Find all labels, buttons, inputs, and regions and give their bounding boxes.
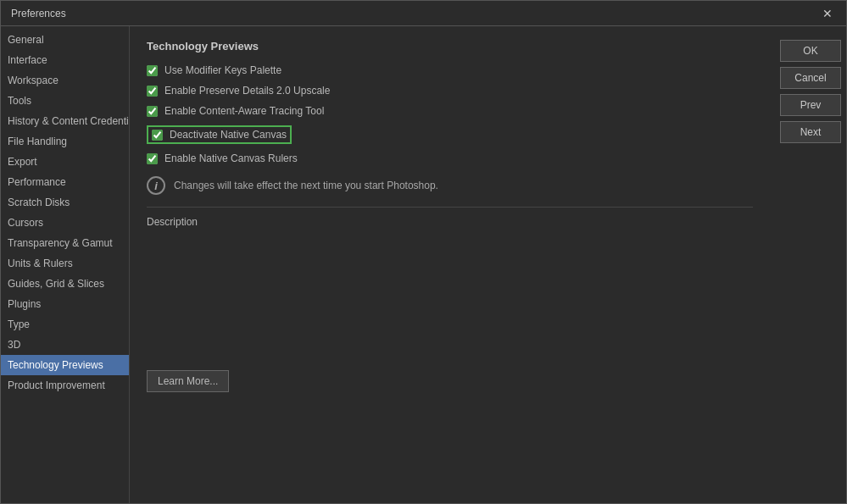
divider xyxy=(147,207,753,208)
checkbox-row-2: Enable Preserve Details 2.0 Upscale xyxy=(147,85,753,97)
sidebar-item-16[interactable]: Technology Previews xyxy=(1,355,129,375)
sidebar-item-1[interactable]: Interface xyxy=(1,50,129,70)
sidebar-item-7[interactable]: Performance xyxy=(1,172,129,192)
label-deactivate-native-canvas[interactable]: Deactivate Native Canvas xyxy=(170,129,287,141)
sidebar-item-3[interactable]: Tools xyxy=(1,91,129,111)
checkbox-use-modifier-keys[interactable] xyxy=(147,65,158,76)
sidebar-item-11[interactable]: Units & Rulers xyxy=(1,253,129,274)
dialog-title: Preferences xyxy=(11,8,66,19)
sidebar-item-13[interactable]: Plugins xyxy=(1,294,129,314)
info-icon: i xyxy=(147,176,165,195)
highlighted-checkbox-wrapper: Deactivate Native Canvas xyxy=(147,125,292,144)
checkbox-row-5: Enable Native Canvas Rulers xyxy=(147,152,753,164)
ok-button[interactable]: OK xyxy=(780,40,841,62)
preferences-dialog: Preferences ✕ GeneralInterfaceWorkspaceT… xyxy=(0,0,847,504)
close-button[interactable]: ✕ xyxy=(819,8,836,19)
action-buttons: OK Cancel Prev Next xyxy=(770,26,846,503)
info-text: Changes will take effect the next time y… xyxy=(174,180,438,191)
content-area: Technology Previews Use Modifier Keys Pa… xyxy=(130,26,770,503)
label-enable-native-canvas-rulers[interactable]: Enable Native Canvas Rulers xyxy=(164,152,298,164)
learn-more-button[interactable]: Learn More... xyxy=(147,370,229,392)
checkbox-enable-content-aware[interactable] xyxy=(147,106,158,117)
description-title: Description xyxy=(147,216,753,228)
sidebar-item-2[interactable]: Workspace xyxy=(1,70,129,91)
sidebar-item-10[interactable]: Transparency & Gamut xyxy=(1,233,129,253)
label-use-modifier-keys[interactable]: Use Modifier Keys Palette xyxy=(164,64,281,76)
sidebar-item-15[interactable]: 3D xyxy=(1,335,129,355)
sidebar-item-0[interactable]: General xyxy=(1,30,129,50)
checkbox-row-3: Enable Content-Aware Tracing Tool xyxy=(147,105,753,117)
sidebar-item-12[interactable]: Guides, Grid & Slices xyxy=(1,274,129,294)
label-enable-preserve-details[interactable]: Enable Preserve Details 2.0 Upscale xyxy=(164,85,330,97)
sidebar-item-9[interactable]: Cursors xyxy=(1,213,129,233)
cancel-button[interactable]: Cancel xyxy=(780,67,841,89)
checkbox-deactivate-native-canvas[interactable] xyxy=(152,130,163,141)
next-button[interactable]: Next xyxy=(780,121,841,143)
sidebar-item-6[interactable]: Export xyxy=(1,152,129,172)
label-enable-content-aware[interactable]: Enable Content-Aware Tracing Tool xyxy=(164,105,324,117)
main-content: Technology Previews Use Modifier Keys Pa… xyxy=(130,26,770,503)
title-bar: Preferences ✕ xyxy=(1,1,846,26)
sidebar-item-17[interactable]: Product Improvement xyxy=(1,375,129,396)
sidebar-item-14[interactable]: Type xyxy=(1,314,129,335)
sidebar-item-5[interactable]: File Handling xyxy=(1,131,129,152)
sidebar-item-4[interactable]: History & Content Credentials xyxy=(1,111,129,131)
prev-button[interactable]: Prev xyxy=(780,94,841,116)
info-bar: i Changes will take effect the next time… xyxy=(147,176,753,195)
checkbox-enable-native-canvas-rulers[interactable] xyxy=(147,153,158,164)
sidebar-item-8[interactable]: Scratch Disks xyxy=(1,192,129,213)
dialog-body: GeneralInterfaceWorkspaceToolsHistory & … xyxy=(1,26,846,503)
checkbox-row-1: Use Modifier Keys Palette xyxy=(147,64,753,76)
description-section: Description xyxy=(147,216,753,228)
sidebar: GeneralInterfaceWorkspaceToolsHistory & … xyxy=(1,26,130,503)
checkbox-enable-preserve-details[interactable] xyxy=(147,86,158,97)
checkbox-row-4: Deactivate Native Canvas xyxy=(147,125,753,144)
section-title: Technology Previews xyxy=(147,40,753,53)
